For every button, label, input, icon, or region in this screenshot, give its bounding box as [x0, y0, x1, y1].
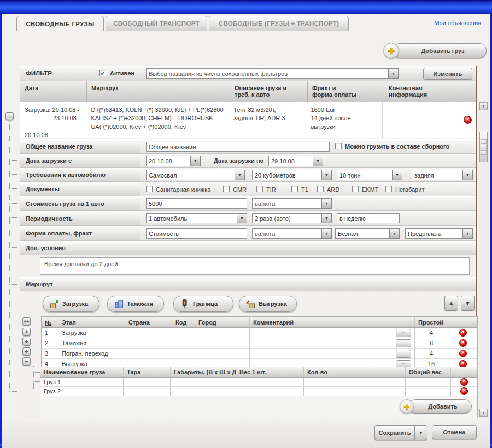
- vehicle-volume-select[interactable]: 20 кубометров ▼: [252, 170, 332, 180]
- payment-cost-input[interactable]: Стоимость: [146, 228, 247, 239]
- cost-input[interactable]: 5000: [146, 198, 247, 209]
- saved-filters-value[interactable]: Выбор названия из числа сохраненных филь…: [146, 68, 388, 79]
- col-unit-weight[interactable]: Вес 1 шт.: [236, 367, 304, 377]
- cargo-result-row[interactable]: Загрузка: 20.10.08 - 23.10.08 20.10.08 D…: [20, 102, 476, 138]
- col-comment[interactable]: Комментарий: [250, 317, 415, 327]
- col-city[interactable]: Город: [195, 317, 250, 327]
- col-code[interactable]: Код: [172, 317, 195, 327]
- code-cell[interactable]: [172, 349, 195, 358]
- periodicity-vehicles-select[interactable]: 1 автомобиль ▼: [146, 213, 247, 223]
- col-idle[interactable]: Простой: [415, 317, 448, 327]
- expand-all-button[interactable]: ++: [22, 317, 31, 326]
- col-header-freight[interactable]: Фрахт и форма оплаты: [308, 81, 384, 102]
- scrollbar-bottom-button[interactable]: ▲: [479, 409, 488, 417]
- col-header-contact[interactable]: Контактная информация: [384, 81, 461, 102]
- save-split-button[interactable]: Сохранить ▼: [374, 425, 427, 440]
- comment-browse-button[interactable]: ...: [396, 350, 411, 358]
- add-loading-stage-button[interactable]: Загрузка: [43, 296, 99, 312]
- expand-stage-2-button[interactable]: +: [22, 338, 31, 346]
- route-row-3[interactable]: 3 Погран. переход ... 4 ✕: [42, 349, 477, 359]
- vehicle-type-select[interactable]: Самосвал ▼: [146, 170, 245, 180]
- date-to-select[interactable]: 29.10.08 ▼: [268, 156, 323, 166]
- doc-tir-checkbox[interactable]: [256, 186, 263, 192]
- scrollbar-top-button[interactable]: ▼: [479, 102, 488, 110]
- unit-weight-cell[interactable]: [236, 378, 304, 386]
- city-cell[interactable]: [195, 328, 250, 338]
- dropdown-arrow-icon[interactable]: ▼: [321, 170, 332, 180]
- date-from-select[interactable]: 20.10.08 ▼: [146, 156, 201, 166]
- payment-method-select[interactable]: Безнал ▼: [335, 228, 400, 239]
- comment-cell[interactable]: ...: [250, 349, 415, 358]
- quantity-cell[interactable]: [304, 387, 406, 396]
- add-cargo-item-button[interactable]: ✚ Добавить: [400, 399, 472, 414]
- conditions-textarea[interactable]: Время доставки до 2 дней: [40, 257, 470, 275]
- doc-oversize-checkbox[interactable]: [385, 186, 392, 192]
- payment-prepay-select[interactable]: Предоплата ▼: [405, 228, 473, 239]
- code-cell[interactable]: [172, 338, 195, 348]
- cancel-button[interactable]: Отмена: [432, 425, 477, 439]
- col-header-route[interactable]: Маршрут: [87, 81, 230, 102]
- move-stage-down-button[interactable]: ▼: [461, 296, 475, 311]
- my-ads-link[interactable]: Мои объявления: [434, 20, 481, 26]
- dropdown-arrow-icon[interactable]: ▼: [392, 170, 402, 180]
- saved-filters-select[interactable]: Выбор названия из числа сохраненных филь…: [146, 68, 399, 79]
- col-cargo-name[interactable]: Наименование груза: [40, 367, 124, 377]
- tare-cell[interactable]: [124, 387, 171, 396]
- filter-active-checkbox[interactable]: ✔: [99, 70, 106, 76]
- general-name-input[interactable]: Общее название: [146, 142, 330, 152]
- dropdown-arrow-icon[interactable]: ▼: [321, 228, 332, 239]
- delete-row-icon[interactable]: ✕: [464, 116, 472, 124]
- doc-t1-checkbox[interactable]: [291, 186, 298, 192]
- comment-cell[interactable]: ...: [250, 338, 415, 348]
- col-header-description[interactable]: Описание груза и треб. к авто: [230, 81, 308, 102]
- route-row-1[interactable]: 1 Загрузка ... 4 ✕: [42, 328, 477, 338]
- vehicle-loading-select[interactable]: задняя ▼: [412, 170, 473, 180]
- col-num[interactable]: №: [42, 317, 58, 327]
- add-border-stage-button[interactable]: Граница: [173, 296, 233, 312]
- vertical-scrollbar[interactable]: ▼ ▲: [479, 102, 488, 417]
- city-cell[interactable]: [195, 338, 250, 348]
- save-button[interactable]: Сохранить: [374, 425, 414, 440]
- doc-ekmt-checkbox[interactable]: [352, 186, 359, 192]
- comment-browse-button[interactable]: ...: [396, 329, 411, 337]
- cargo-row-2[interactable]: Груз 2 ✕: [40, 387, 477, 396]
- dropdown-arrow-icon[interactable]: ▼: [321, 198, 332, 209]
- dropdown-arrow-icon[interactable]: ▼: [389, 228, 400, 239]
- dropdown-arrow-icon[interactable]: ▼: [190, 156, 201, 166]
- comment-cell[interactable]: ...: [250, 328, 415, 338]
- tab-free-cargo-transport[interactable]: СВОБОДНЫЕ (ГРУЗЫ + ТРАНСПОРТ): [209, 16, 349, 31]
- scrollbar-thumb[interactable]: [479, 132, 488, 162]
- periodicity-period-input[interactable]: в неделю: [337, 213, 400, 223]
- country-cell[interactable]: [125, 338, 172, 348]
- periodicity-times-select[interactable]: 2 раза (авто) ▼: [252, 213, 332, 223]
- move-stage-up-button[interactable]: ▲: [444, 296, 458, 311]
- city-cell[interactable]: [195, 349, 250, 358]
- delete-cargo-icon[interactable]: ✕: [460, 378, 468, 386]
- dropdown-arrow-icon[interactable]: ▼: [313, 156, 323, 166]
- consolidated-cargo-checkbox[interactable]: [335, 143, 342, 149]
- dropdown-arrow-icon[interactable]: ▼: [462, 228, 473, 239]
- tab-free-transport[interactable]: СВОБОДНЫЙ ТРАНСПОРТ: [106, 16, 207, 31]
- unit-weight-cell[interactable]: [236, 387, 304, 396]
- tab-free-cargo[interactable]: СВОБОДНЫЕ ГРУЗЫ: [16, 16, 104, 31]
- collapse-row-button[interactable]: −: [5, 112, 14, 120]
- collapse-stage-4-button[interactable]: −: [22, 357, 31, 366]
- dropdown-arrow-icon[interactable]: ▼: [235, 170, 245, 180]
- dimensions-cell[interactable]: [171, 378, 236, 386]
- col-country[interactable]: Страна: [125, 317, 172, 327]
- comment-browse-button[interactable]: ...: [396, 339, 411, 347]
- col-quantity[interactable]: Кол-во: [304, 367, 406, 377]
- payment-currency-select[interactable]: валюта ▼: [252, 228, 332, 239]
- dropdown-arrow-icon[interactable]: ▼: [321, 213, 332, 223]
- expand-stage-3-button[interactable]: +: [22, 347, 31, 356]
- add-customs-stage-button[interactable]: Таможня: [107, 296, 164, 312]
- col-dimensions[interactable]: Габариты, (В х Ш х Д): [171, 367, 236, 377]
- dimensions-cell[interactable]: [171, 387, 236, 396]
- col-header-date[interactable]: Дата: [20, 81, 87, 102]
- add-cargo-button[interactable]: ✚ Добавить груз: [383, 43, 487, 58]
- cargo-row-1[interactable]: Груз 1 ✕: [40, 378, 477, 387]
- dropdown-arrow-icon[interactable]: ▼: [462, 170, 473, 180]
- country-cell[interactable]: [125, 349, 172, 358]
- vehicle-weight-select[interactable]: 10 тонн ▼: [337, 170, 402, 180]
- quantity-cell[interactable]: [304, 378, 406, 386]
